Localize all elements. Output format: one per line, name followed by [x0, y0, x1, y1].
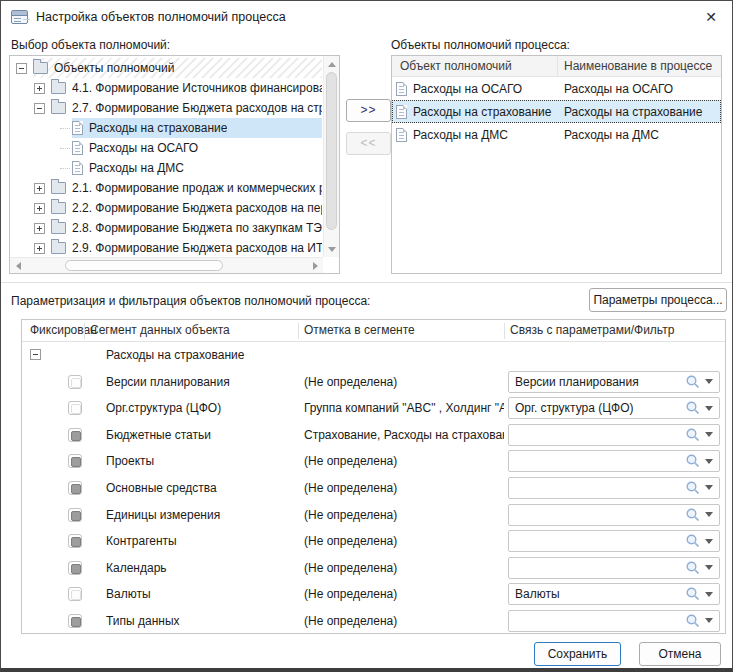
- column-header-name[interactable]: Наименование в процессе: [558, 59, 712, 73]
- tree-item[interactable]: 2.1. Формирование продаж и коммерческих …: [11, 178, 322, 198]
- search-icon[interactable]: [685, 427, 701, 443]
- scroll-left-icon[interactable]: [10, 258, 26, 274]
- list-item[interactable]: Расходы на ДМС Расходы на ДМС: [392, 123, 721, 146]
- search-icon[interactable]: [685, 480, 701, 496]
- collapse-icon[interactable]: [16, 63, 27, 74]
- dropdown-arrow-icon[interactable]: [705, 592, 713, 601]
- section-divider: [1, 282, 732, 283]
- search-icon[interactable]: [685, 586, 701, 602]
- parameter-link-field[interactable]: Валюты: [508, 583, 720, 605]
- window-icon: [11, 10, 28, 24]
- expand-icon[interactable]: [34, 183, 45, 194]
- search-icon[interactable]: [685, 613, 701, 629]
- fixed-checkbox[interactable]: [68, 401, 82, 415]
- parameter-link-field[interactable]: [508, 530, 720, 552]
- dropdown-arrow-icon[interactable]: [705, 379, 713, 388]
- tree-vertical-scrollbar[interactable]: [323, 56, 339, 257]
- expand-icon[interactable]: [34, 223, 45, 234]
- lower-section-label: Параметризация и фильтрация объектов пол…: [11, 294, 370, 308]
- save-button[interactable]: Сохранить: [534, 642, 621, 666]
- fixed-checkbox[interactable]: [68, 534, 82, 548]
- scrollbar-thumb[interactable]: [326, 72, 337, 230]
- tree-item[interactable]: Расходы на ДМС: [11, 158, 322, 178]
- expand-icon[interactable]: [34, 243, 45, 254]
- search-icon[interactable]: [685, 560, 701, 576]
- fixed-checkbox[interactable]: [68, 375, 82, 389]
- list-item-selected[interactable]: Расходы на страхование Расходы на страхо…: [392, 100, 721, 123]
- segment-mark: Страхование, Расходы на страхование,: [304, 428, 504, 442]
- folder-icon: [33, 62, 48, 74]
- process-parameters-button[interactable]: Параметры процесса...: [589, 288, 727, 312]
- tree-item[interactable]: 2.9. Формирование Бюджета расходов на ИТ…: [11, 238, 322, 256]
- group-label: Расходы на страхование: [106, 348, 244, 362]
- tree-item[interactable]: 2.2. Формирование Бюджета расходов на пе…: [11, 198, 322, 218]
- dropdown-arrow-icon[interactable]: [705, 618, 713, 627]
- move-right-button[interactable]: >>: [346, 99, 391, 122]
- move-left-button[interactable]: <<: [346, 132, 391, 155]
- segment-label: Бюджетные статьи: [106, 428, 211, 442]
- document-icon: [396, 128, 407, 142]
- tree-item[interactable]: 4.1. Формирование Источников финансирова…: [11, 78, 322, 98]
- dropdown-arrow-icon[interactable]: [705, 539, 713, 548]
- close-icon[interactable]: ✕: [702, 8, 720, 26]
- dropdown-arrow-icon[interactable]: [705, 432, 713, 441]
- expand-icon[interactable]: [34, 83, 45, 94]
- fixed-checkbox[interactable]: [68, 428, 82, 442]
- parameter-link-field[interactable]: [508, 424, 720, 446]
- folder-icon: [51, 82, 66, 94]
- dropdown-arrow-icon[interactable]: [705, 512, 713, 521]
- grid-header: Фиксирован Сегмент данных объекта Отметк…: [22, 320, 725, 342]
- scroll-down-icon[interactable]: [324, 241, 340, 257]
- parameter-link-field[interactable]: [508, 477, 720, 499]
- column-header-fixed[interactable]: Фиксирован: [30, 323, 97, 337]
- dropdown-arrow-icon[interactable]: [705, 485, 713, 494]
- fixed-checkbox[interactable]: [68, 481, 82, 495]
- scrollbar-thumb[interactable]: [65, 260, 223, 271]
- dropdown-arrow-icon[interactable]: [705, 406, 713, 415]
- tree-item[interactable]: Расходы на ОСАГО: [11, 138, 322, 158]
- column-header-object[interactable]: Объект полномочий: [392, 56, 558, 76]
- dropdown-arrow-icon[interactable]: [705, 459, 713, 468]
- expand-icon[interactable]: [34, 203, 45, 214]
- segment-mark: Группа компаний "ABC" , Холдинг "ABC-М: [304, 401, 504, 415]
- parameter-link-field[interactable]: Версии планирования: [508, 371, 720, 393]
- parameter-link-field[interactable]: Орг. структура (ЦФО): [508, 397, 720, 419]
- tree-item-root[interactable]: Объекты полномочий: [11, 58, 322, 78]
- grid-row: Календарь (Не определена): [22, 555, 725, 582]
- scroll-right-icon[interactable]: [307, 258, 323, 274]
- grid-group-row[interactable]: Расходы на страхование: [22, 342, 725, 369]
- cancel-button[interactable]: Отмена: [639, 642, 721, 666]
- scroll-up-icon[interactable]: [324, 56, 340, 72]
- dropdown-arrow-icon[interactable]: [705, 565, 713, 574]
- search-icon[interactable]: [685, 507, 701, 523]
- search-icon[interactable]: [685, 400, 701, 416]
- collapse-icon[interactable]: [34, 103, 45, 114]
- search-icon[interactable]: [685, 374, 701, 390]
- search-icon[interactable]: [685, 453, 701, 469]
- segment-mark: (Не определена): [304, 375, 504, 389]
- fixed-checkbox[interactable]: [68, 508, 82, 522]
- column-header-link[interactable]: Связь с параметрами/Фильтр: [510, 323, 674, 337]
- list-item[interactable]: Расходы на ОСАГО Расходы на ОСАГО: [392, 77, 721, 100]
- grid-row: Основные средства (Не определена): [22, 475, 725, 502]
- segment-label: Единицы измерения: [106, 508, 220, 522]
- search-icon[interactable]: [685, 533, 701, 549]
- fixed-checkbox[interactable]: [68, 454, 82, 468]
- collapse-icon[interactable]: [30, 349, 41, 360]
- tree-horizontal-scrollbar[interactable]: [10, 257, 323, 273]
- parameter-link-field[interactable]: [508, 557, 720, 579]
- folder-icon: [51, 222, 66, 234]
- fixed-checkbox[interactable]: [68, 561, 82, 575]
- column-header-segment[interactable]: Сегмент данных объекта: [90, 323, 230, 337]
- tree-item[interactable]: 2.7. Формирование Бюджета расходов на ст…: [11, 98, 322, 118]
- column-header-mark[interactable]: Отметка в сегменте: [304, 323, 415, 337]
- tree-item-selected[interactable]: Расходы на страхование: [11, 118, 322, 138]
- parameter-link-field[interactable]: [508, 610, 720, 632]
- parameter-link-field[interactable]: [508, 450, 720, 472]
- fixed-checkbox[interactable]: [68, 587, 82, 601]
- parameter-link-field[interactable]: [508, 504, 720, 526]
- grid-row: Единицы измерения (Не определена): [22, 502, 725, 529]
- segment-label: Орг.структура (ЦФО): [106, 401, 221, 415]
- tree-item[interactable]: 2.8. Формирование Бюджета по закупкам ТЭ…: [11, 218, 322, 238]
- fixed-checkbox[interactable]: [68, 614, 82, 628]
